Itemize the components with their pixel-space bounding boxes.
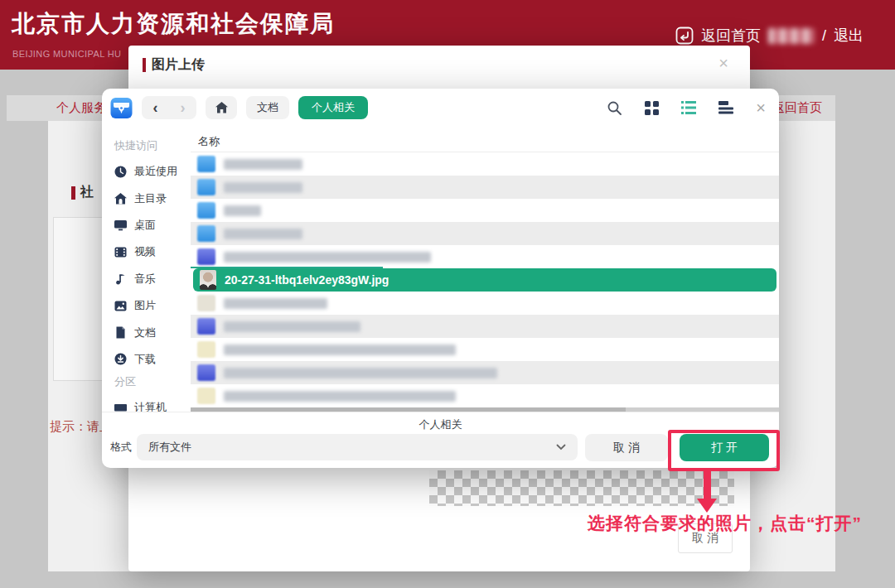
return-home-icon [675,27,694,45]
blurred-filename [224,205,261,216]
header-actions: 返回首页 / 退出 [675,26,864,46]
breadcrumb-current-folder[interactable]: 个人相关 [298,96,368,119]
logout-link[interactable]: 退出 [834,26,864,46]
modal-title-red-bar [143,58,146,72]
format-select[interactable]: 所有文件 [137,434,578,460]
file-row[interactable] [191,292,779,315]
sidebar-item-home[interactable]: 主目录 [114,185,191,211]
sidebar-item-desktop[interactable]: 桌面 [114,212,191,239]
home-button[interactable] [206,96,237,119]
selected-file-name: 20-27-31-ltbq1elv2ey83gW.jpg [225,273,389,287]
tab-return-home[interactable]: 返回首页 [772,100,822,116]
breadcrumb-documents[interactable]: 文档 [246,96,289,119]
sidebar-item-pictures[interactable]: 图片 [114,292,191,319]
modal-title: 图片上传 [152,56,205,74]
home-icon [114,192,127,205]
transparency-preview [429,470,734,506]
nav-buttons: ‹ › [142,96,196,119]
music-icon [114,272,127,285]
picture-icon [114,300,127,312]
arrow-down-annotation-icon [704,470,711,499]
file-icon [197,364,215,381]
section-heading: 社 [71,184,94,201]
sidebar-item-computer[interactable]: 计算机 [114,394,191,412]
sidebar-item-label: 桌面 [134,218,156,233]
list-view-icon[interactable] [681,101,696,114]
video-icon [114,246,127,258]
format-value: 所有文件 [148,440,191,455]
sidebar-item-label: 图片 [134,298,156,313]
file-icon [197,388,215,404]
dialog-cancel-button[interactable]: 取 消 [585,434,668,461]
file-row-selected[interactable]: 20-27-31-ltbq1elv2ey83gW.jpg [193,268,776,292]
file-row[interactable] [191,384,779,407]
sidebar-item-label: 下载 [134,352,156,367]
file-icon [197,295,215,311]
tab-personal-services[interactable]: 个人服务 [56,100,106,116]
close-icon[interactable]: × [756,99,766,116]
clock-icon [114,166,127,178]
home-icon [215,102,228,113]
user-name-blurred [768,28,815,44]
section-title: 社 [80,184,94,201]
computer-icon [114,402,127,412]
file-icon [197,318,215,335]
sidebar-item-label: 音乐 [134,272,156,287]
file-row[interactable] [191,222,779,245]
photo-thumbnail-icon [200,270,216,290]
file-dialog-body: 快捷访问 最近使用 主目录 桌面 [102,127,779,412]
file-row[interactable] [191,199,779,222]
annotation-text: 选择符合要求的照片，点击“打开” [539,512,862,535]
file-row[interactable] [191,315,779,338]
section-red-bar [71,186,75,200]
blurred-filename [224,252,431,263]
sidebar-item-recent[interactable]: 最近使用 [114,158,191,185]
file-list: 名称 20-27-31-ltbq1elv2ey83gW.jpg [191,127,779,412]
file-row[interactable] [191,361,779,384]
file-chooser-dialog: ‹ › 文档 个人相关 [102,89,779,468]
file-manager-app-icon [110,97,133,119]
sidebar-item-label: 文档 [134,325,156,340]
blurred-filename [224,368,497,378]
sidebar-item-label: 主目录 [134,191,167,206]
name-column-header[interactable]: 名称 [191,132,779,152]
blurred-filename [224,159,302,170]
sidebar-section-partitions: 分区 [114,373,191,391]
file-row[interactable] [191,245,779,268]
file-row[interactable] [191,176,779,199]
blurred-filename [224,321,360,332]
close-icon[interactable]: × [718,54,728,73]
site-subtitle: BEIJING MUNICIPAL HU [12,49,121,59]
blurred-filename [224,298,327,309]
file-icon [197,248,215,265]
arrow-down-annotation-head [697,499,717,513]
blurred-filename [224,391,456,402]
compact-view-icon[interactable] [718,101,733,114]
file-rows: 20-27-31-ltbq1elv2ey83gW.jpg [191,152,779,412]
sidebar-item-label: 最近使用 [134,164,177,179]
back-icon[interactable]: ‹ [142,96,169,119]
sidebar-item-label: 计算机 [134,400,167,412]
file-icon [197,341,215,358]
back-home-link[interactable]: 返回首页 [701,26,761,46]
sidebar-item-downloads[interactable]: 下载 [114,346,191,373]
sidebar-item-videos[interactable]: 视频 [114,239,191,265]
blurred-filename [224,229,302,239]
desktop-icon [114,219,127,231]
file-row[interactable] [191,152,779,176]
site-title: 北京市人力资源和社会保障局 [12,8,335,40]
file-dialog-titlebar: ‹ › 文档 个人相关 [102,89,779,127]
sidebar-item-music[interactable]: 音乐 [114,266,191,292]
sidebar-item-documents[interactable]: 文档 [114,319,191,345]
folder-icon [197,179,215,195]
places-sidebar: 快捷访问 最近使用 主目录 桌面 [102,127,191,412]
folder-icon [197,225,215,242]
sidebar-section-quick-access: 快捷访问 [114,137,191,155]
search-icon[interactable] [607,100,622,116]
forward-icon[interactable]: › [169,96,196,119]
blurred-filename [224,182,302,193]
format-label: 格式 [110,440,132,455]
grid-view-icon[interactable] [645,101,659,115]
document-icon [114,326,127,339]
file-row[interactable] [191,338,779,361]
